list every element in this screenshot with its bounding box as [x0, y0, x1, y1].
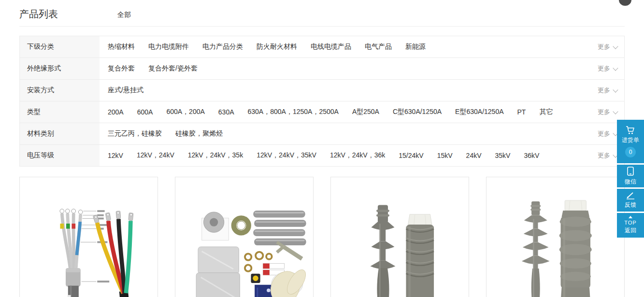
cart-button[interactable]: 进货单 0	[617, 120, 644, 163]
filter-value[interactable]: 15kV	[437, 152, 453, 159]
filter-value[interactable]: 热缩材料	[108, 42, 135, 51]
filter-value[interactable]: 防火耐火材料	[257, 42, 297, 51]
filter-value[interactable]: 电气产品	[365, 42, 392, 51]
product-card[interactable]	[175, 177, 314, 297]
cart-count-badge: 0	[625, 147, 636, 157]
cart-icon	[626, 126, 635, 135]
filter-value[interactable]: 12kV，24kV，36k	[330, 151, 385, 160]
filter-values: 座式/悬挂式	[100, 80, 624, 101]
arrow-up-icon	[629, 216, 632, 218]
filter-value[interactable]: 电力电缆附件	[148, 42, 189, 51]
phone-icon	[627, 167, 634, 176]
filter-value[interactable]: 35kV	[495, 152, 511, 159]
tab-all[interactable]: 全部	[117, 11, 131, 19]
product-image-cold-shrink-kit	[175, 177, 313, 297]
filter-row-voltage: 电压等级 12kV12kV，24kV12kV，24kV，35k12kV，24kV…	[20, 145, 624, 166]
product-image-branch-cable	[20, 177, 157, 297]
more-button[interactable]: 更多	[598, 145, 617, 166]
more-button[interactable]: 更多	[598, 101, 617, 123]
filter-values: 12kV12kV，24kV12kV，24kV，35k12kV，24kV，35kV…	[100, 145, 624, 166]
chevron-down-icon	[613, 109, 618, 114]
filter-value[interactable]: 36kV	[524, 152, 539, 159]
header-divider	[19, 26, 625, 27]
more-label: 更多	[598, 108, 610, 116]
filter-row-install-method: 安装方式 座式/悬挂式 更多	[20, 80, 624, 101]
filter-value[interactable]: 12kV，24kV	[137, 151, 174, 160]
product-card[interactable]	[330, 177, 469, 297]
filter-value[interactable]: A型250A	[352, 108, 379, 116]
filter-values: 三元乙丙，硅橡胶硅橡胶，聚烯烃	[100, 123, 624, 144]
filter-value[interactable]: 600A	[137, 108, 153, 116]
product-image-cold-shrink-termination	[331, 177, 469, 297]
more-label: 更多	[598, 64, 610, 73]
filter-value[interactable]: 新能源	[405, 42, 426, 51]
filter-value[interactable]: 200A	[108, 108, 124, 116]
filter-value[interactable]: 12kV	[108, 152, 123, 159]
feedback-label: 反馈	[625, 201, 636, 209]
more-button[interactable]: 更多	[598, 58, 617, 79]
filter-values: 热缩材料电力电缆附件电力产品分类防火耐火材料电线电缆产品电气产品新能源	[100, 36, 624, 57]
filter-value[interactable]: PT	[517, 108, 526, 116]
product-card[interactable]	[19, 177, 158, 297]
pencil-icon	[626, 192, 635, 199]
filter-value[interactable]: 三元乙丙，硅橡胶	[108, 129, 162, 138]
feedback-button[interactable]: 反馈	[617, 189, 644, 212]
chevron-down-icon	[613, 65, 618, 71]
wechat-label: 微信	[625, 178, 636, 186]
filter-value[interactable]: 15/24kV	[399, 152, 423, 159]
cart-label: 进货单	[622, 136, 639, 144]
filter-table: 下级分类 热缩材料电力电缆附件电力产品分类防火耐火材料电线电缆产品电气产品新能源…	[19, 36, 625, 167]
filter-value[interactable]: 630A	[218, 108, 234, 116]
filter-values: 200A600A600A，200A630A630A，800A，1250A，250…	[100, 101, 624, 123]
filter-value[interactable]: 600A，200A	[166, 108, 204, 116]
filter-label: 外绝缘形式	[20, 58, 100, 79]
filter-value[interactable]: 座式/悬挂式	[108, 86, 143, 95]
more-button[interactable]: 更多	[598, 80, 617, 101]
more-label: 更多	[598, 42, 610, 51]
filter-value[interactable]: C型630A/1250A	[393, 108, 442, 116]
more-button[interactable]: 更多	[598, 123, 617, 144]
filter-row-material: 材料类别 三元乙丙，硅橡胶硅橡胶，聚烯烃 更多	[20, 123, 624, 145]
floating-circle-button[interactable]	[619, 0, 631, 6]
filter-value[interactable]: 12kV，24kV，35kV	[257, 151, 316, 160]
product-image-outdoor-termination	[487, 177, 624, 297]
filter-values: 复合外套复合外套/瓷外套	[100, 58, 624, 79]
product-card[interactable]	[486, 177, 625, 297]
filter-label: 安装方式	[20, 80, 100, 101]
back-to-top-button[interactable]: TOP 返回	[617, 213, 644, 238]
back-label: 返回	[625, 226, 636, 235]
filter-value[interactable]: 复合外套	[108, 64, 135, 73]
filter-row-subcategory: 下级分类 热缩材料电力电缆附件电力产品分类防火耐火材料电线电缆产品电气产品新能源…	[20, 36, 624, 58]
wechat-button[interactable]: 微信	[617, 165, 644, 187]
filter-value[interactable]: 24kV	[466, 152, 482, 159]
filter-label: 电压等级	[20, 145, 100, 166]
filter-label: 类型	[20, 101, 100, 123]
filter-value[interactable]: 电力产品分类	[202, 42, 243, 51]
more-button[interactable]: 更多	[598, 36, 617, 57]
more-label: 更多	[598, 129, 610, 138]
more-label: 更多	[598, 151, 610, 160]
filter-value[interactable]: 12kV，24kV，35k	[188, 151, 243, 160]
filter-label: 材料类别	[20, 123, 100, 144]
filter-value[interactable]: 630A，800A，1250A，2500A	[248, 108, 339, 116]
filter-value[interactable]: E型630A/1250A	[455, 108, 503, 116]
filter-value[interactable]: 复合外套/瓷外套	[148, 64, 198, 73]
top-label: TOP	[624, 220, 636, 225]
more-label: 更多	[598, 86, 610, 95]
chevron-down-icon	[613, 87, 618, 92]
chevron-down-icon	[613, 43, 618, 49]
filter-row-type: 类型 200A600A600A，200A630A630A，800A，1250A，…	[20, 101, 624, 123]
page-title: 产品列表	[19, 8, 58, 21]
filter-label: 下级分类	[20, 36, 100, 57]
filter-row-outer-insulation: 外绝缘形式 复合外套复合外套/瓷外套 更多	[20, 58, 624, 80]
filter-value[interactable]: 硅橡胶，聚烯烃	[175, 129, 223, 138]
filter-value[interactable]: 电线电缆产品	[311, 42, 351, 51]
filter-value[interactable]: 其它	[539, 108, 553, 116]
